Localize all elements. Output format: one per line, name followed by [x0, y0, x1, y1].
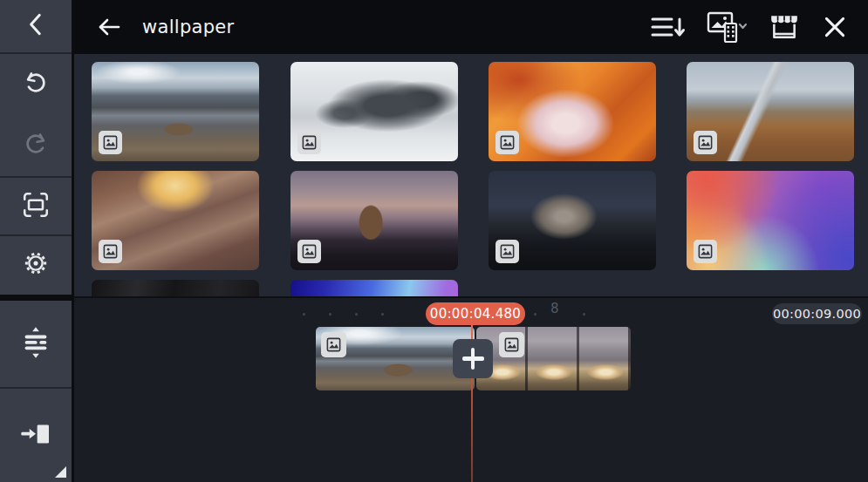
wallpaper-thumb-dark-texture[interactable]	[92, 280, 259, 296]
image-badge-icon	[694, 240, 717, 263]
collapse-panel-button[interactable]	[0, 0, 72, 52]
close-icon	[821, 13, 849, 41]
capture-frame-icon	[21, 190, 51, 223]
capture-frame-button[interactable]	[0, 178, 72, 235]
divider	[0, 295, 72, 301]
image-badge-icon	[99, 240, 122, 263]
media-grid	[74, 54, 868, 296]
ruler-tick	[583, 313, 585, 316]
redo-button[interactable]	[0, 115, 72, 176]
store-button[interactable]	[763, 8, 805, 46]
ruler-tick	[381, 313, 384, 316]
undo-icon	[22, 69, 50, 100]
track-height-icon	[20, 324, 51, 364]
total-duration-badge: 00:00:09.000	[772, 303, 862, 324]
undo-button[interactable]	[0, 54, 72, 115]
arrow-left-icon	[95, 16, 121, 38]
wallpaper-thumb-canyon-swirl[interactable]	[92, 171, 259, 270]
add-transition-button[interactable]	[453, 339, 493, 378]
plus-icon	[471, 348, 475, 370]
image-badge-icon	[297, 131, 321, 154]
ruler-second-label: 8	[550, 301, 559, 316]
wallpaper-thumb-blue-purple-wave[interactable]	[290, 280, 458, 296]
wallpaper-thumb-color-gradient[interactable]	[687, 171, 854, 270]
timeline-clip-mountain-lake[interactable]	[316, 327, 475, 390]
video-editor-window: wallpaper	[0, 0, 868, 482]
image-badge-icon	[496, 131, 519, 154]
export-button[interactable]	[0, 389, 72, 482]
media-type-filter-button[interactable]	[702, 6, 751, 48]
back-button[interactable]	[92, 12, 125, 42]
page-title: wallpaper	[142, 17, 235, 37]
photo-video-icon	[706, 10, 748, 44]
image-badge-icon	[99, 131, 122, 154]
sort-button[interactable]	[646, 10, 690, 44]
timeline-clip-sports-car[interactable]	[476, 327, 631, 390]
close-button[interactable]	[817, 10, 852, 44]
ruler-tick	[534, 313, 537, 316]
wallpaper-thumb-foggy-mountains[interactable]	[290, 62, 458, 161]
header-actions	[646, 6, 852, 48]
image-badge-icon	[499, 332, 524, 357]
image-badge-icon	[694, 131, 717, 154]
export-icon	[18, 417, 53, 455]
redo-icon	[22, 130, 50, 161]
sort-descending-icon	[650, 14, 687, 40]
chevron-left-icon	[24, 11, 47, 41]
wallpaper-thumb-orange-canyon[interactable]	[489, 62, 656, 161]
wallpaper-thumb-half-dome-night[interactable]	[489, 171, 656, 270]
image-badge-icon	[321, 332, 346, 357]
adjust-tracks-button[interactable]	[0, 301, 72, 387]
timeline[interactable]: 8 00:00:04.480 00:00:09.000	[74, 296, 868, 482]
store-icon	[767, 11, 802, 43]
ruler-tick	[329, 313, 331, 316]
left-toolbar	[0, 0, 74, 482]
wallpaper-thumb-great-wall-autumn[interactable]	[687, 62, 854, 161]
wallpaper-thumb-wall-tower-dusk[interactable]	[290, 171, 458, 270]
current-time-badge: 00:00:04.480	[426, 302, 525, 325]
image-badge-icon	[297, 240, 321, 263]
resize-handle-icon[interactable]	[55, 466, 66, 478]
wallpaper-thumb-mountain-lake[interactable]	[92, 62, 259, 161]
ruler-tick	[355, 313, 358, 316]
header-bar: wallpaper	[74, 0, 868, 54]
image-badge-icon	[496, 240, 519, 263]
gear-icon	[21, 248, 51, 282]
settings-button[interactable]	[0, 235, 72, 295]
ruler-tick	[303, 313, 305, 316]
